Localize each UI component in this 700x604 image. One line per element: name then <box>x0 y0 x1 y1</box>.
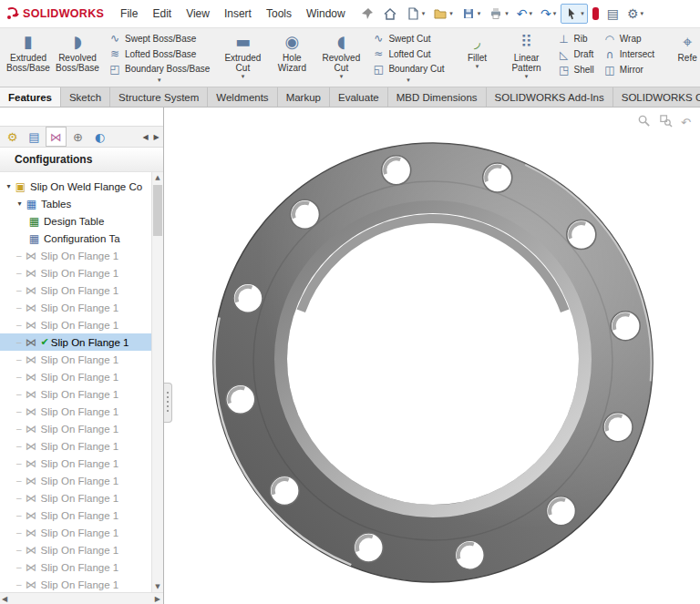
tab-features[interactable]: Features <box>0 87 61 107</box>
scroll-left-icon[interactable]: ◀ <box>2 595 7 603</box>
panel-tabs-scroll-right-icon[interactable]: ▶ <box>151 133 161 141</box>
tree-tables-folder[interactable]: ▾▦Tables <box>0 195 152 212</box>
ribbon-lofted-cut[interactable]: ≈Lofted Cut <box>369 46 447 62</box>
config-row-20[interactable]: –⋈Slip On Flange 1 <box>0 576 152 592</box>
print-icon[interactable]: ▾ <box>485 4 512 24</box>
horizontal-scrollbar[interactable]: ◀ ▶ <box>0 592 163 604</box>
ribbon-intersect[interactable]: ∩Intersect <box>601 46 657 62</box>
scroll-right-icon[interactable]: ▶ <box>155 595 160 603</box>
panel-tabs-scroll-left-icon[interactable]: ◀ <box>140 133 150 141</box>
new-document-icon[interactable]: ▾ <box>402 4 429 24</box>
pin-icon[interactable] <box>356 4 378 24</box>
config-row-18[interactable]: –⋈Slip On Flange 1 <box>0 541 152 558</box>
config-row-15[interactable]: –⋈Slip On Flange 1 <box>0 489 152 507</box>
tab-sketch[interactable]: Sketch <box>61 87 110 107</box>
ribbon-shell[interactable]: ◳Shell <box>555 62 597 77</box>
previous-view-icon[interactable]: ↶ <box>681 114 691 131</box>
config-row-3[interactable]: –⋈Slip On Flange 1 <box>0 282 152 299</box>
ribbon-rib[interactable]: ⊥Rib <box>555 31 597 46</box>
redo-icon[interactable]: ↷▾ <box>537 4 560 24</box>
ribbon-revolved-cut[interactable]: ◖RevolvedCut▾ <box>316 31 365 85</box>
red-marker-icon[interactable] <box>589 5 602 23</box>
tree-item-design-table[interactable]: ▦Design Table <box>0 212 152 230</box>
tab-solidworks-add-ins[interactable]: SOLIDWORKS Add-Ins <box>487 87 613 107</box>
dropdown-caret-icon[interactable]: ▾ <box>641 10 644 17</box>
ribbon-revolved-boss-base[interactable]: ◗RevolvedBoss/Base <box>53 31 102 85</box>
ribbon-draft[interactable]: ◺Draft <box>555 46 597 62</box>
dropdown-caret-icon[interactable]: ▾ <box>106 77 212 85</box>
ribbon-fillet[interactable]: ◞Fillet▾ <box>453 31 502 85</box>
tab-structure-system[interactable]: Structure System <box>110 87 208 107</box>
displaymanager-tab-icon[interactable]: ◐ <box>89 127 110 147</box>
tree-root[interactable]: ▾▣Slip On Weld Flange Co <box>0 178 152 195</box>
menu-tools[interactable]: Tools <box>259 3 299 25</box>
config-row-5[interactable]: –⋈Slip On Flange 1 <box>0 316 152 333</box>
ribbon-mirror[interactable]: ◫Mirror <box>601 62 657 77</box>
ribbon-swept-cut[interactable]: ∿Swept Cut <box>369 31 447 46</box>
tree-item-configuration-ta[interactable]: ▦Configuration Ta <box>0 230 152 247</box>
dropdown-caret-icon[interactable]: ▾ <box>553 10 557 17</box>
tab-weldments[interactable]: Weldments <box>208 87 277 107</box>
scroll-up-icon[interactable]: ▲ <box>152 172 163 183</box>
ribbon-extruded-boss-base[interactable]: ▮ExtrudedBoss/Base <box>4 31 53 85</box>
config-row-7[interactable]: –⋈Slip On Flange 1 <box>0 351 152 368</box>
dropdown-caret-icon[interactable]: ▾ <box>529 10 532 17</box>
config-row-6[interactable]: –⋈✔Slip On Flange 1 <box>0 333 152 351</box>
propertymanager-tab-icon[interactable]: ▤ <box>24 127 45 147</box>
home-icon[interactable] <box>379 4 401 24</box>
graphics-area[interactable]: ↶ <box>165 107 700 604</box>
ribbon-extruded-cut[interactable]: ▬ExtrudedCut▾ <box>218 31 267 85</box>
menu-view[interactable]: View <box>179 3 217 25</box>
dropdown-caret-icon[interactable]: ▾ <box>525 73 529 81</box>
ribbon-hole-wizard[interactable]: ◉HoleWizard <box>267 31 316 85</box>
config-row-2[interactable]: –⋈Slip On Flange 1 <box>0 264 152 282</box>
vertical-scrollbar[interactable]: ▲ ▼ <box>151 172 163 592</box>
magnifier-icon[interactable] <box>637 114 651 131</box>
dropdown-caret-icon[interactable]: ▾ <box>369 77 447 85</box>
open-icon[interactable]: ▾ <box>429 4 457 24</box>
config-row-13[interactable]: –⋈Slip On Flange 1 <box>0 455 152 472</box>
config-row-17[interactable]: –⋈Slip On Flange 1 <box>0 524 152 541</box>
ribbon-boundary-boss-base[interactable]: ◰Boundary Boss/Base <box>106 61 212 77</box>
undo-icon[interactable]: ↶▾ <box>513 4 536 24</box>
config-row-10[interactable]: –⋈Slip On Flange 1 <box>0 403 152 420</box>
tab-solidworks-cam[interactable]: SOLIDWORKS CAM <box>613 87 700 107</box>
config-row-12[interactable]: –⋈Slip On Flange 1 <box>0 437 152 455</box>
tab-markup[interactable]: Markup <box>278 87 330 107</box>
dropdown-caret-icon[interactable]: ▾ <box>449 10 453 17</box>
dropdown-caret-icon[interactable]: ▾ <box>340 73 344 81</box>
dropdown-caret-icon[interactable]: ▾ <box>476 63 479 71</box>
menu-insert[interactable]: Insert <box>217 3 259 25</box>
config-row-1[interactable]: –⋈Slip On Flange 1 <box>0 247 152 264</box>
dropdown-caret-icon[interactable]: ▾ <box>505 10 509 17</box>
scroll-down-icon[interactable]: ▼ <box>152 581 163 592</box>
config-row-19[interactable]: –⋈Slip On Flange 1 <box>0 558 152 576</box>
config-row-16[interactable]: –⋈Slip On Flange 1 <box>0 507 152 524</box>
ribbon-refe[interactable]: ⌖Refe <box>663 31 700 85</box>
flange-model[interactable] <box>165 107 700 604</box>
config-row-14[interactable]: –⋈Slip On Flange 1 <box>0 472 152 489</box>
ribbon-lofted-boss-base[interactable]: ≋Lofted Boss/Base <box>106 46 212 62</box>
ribbon-swept-boss-base[interactable]: ∿Swept Boss/Base <box>106 31 212 46</box>
tab-evaluate[interactable]: Evaluate <box>330 87 388 107</box>
menu-file[interactable]: File <box>113 3 145 25</box>
config-row-11[interactable]: –⋈Slip On Flange 1 <box>0 420 152 437</box>
dropdown-caret-icon[interactable]: ▾ <box>422 10 426 17</box>
config-row-8[interactable]: –⋈Slip On Flange 1 <box>0 368 152 385</box>
options-icon[interactable]: ⚙▾ <box>623 4 647 24</box>
config-row-4[interactable]: –⋈Slip On Flange 1 <box>0 299 152 316</box>
featuremanager-tab-icon[interactable]: ⚙ <box>2 127 23 147</box>
configurationmanager-tab-icon[interactable]: ⋈ <box>46 127 67 147</box>
display-settings-icon[interactable]: ▤ <box>603 4 623 24</box>
dropdown-caret-icon[interactable]: ▾ <box>581 10 584 17</box>
save-icon[interactable]: ▾ <box>458 4 485 24</box>
panel-splitter-handle[interactable] <box>164 383 172 423</box>
dropdown-caret-icon[interactable]: ▾ <box>478 10 481 17</box>
dropdown-caret-icon[interactable]: ▾ <box>242 73 245 81</box>
tab-mbd-dimensions[interactable]: MBD Dimensions <box>388 87 487 107</box>
zoom-area-icon[interactable] <box>659 114 673 131</box>
ribbon-boundary-cut[interactable]: ◱Boundary Cut <box>369 61 447 77</box>
dimxpertmanager-tab-icon[interactable]: ⊕ <box>67 127 88 147</box>
menu-window[interactable]: Window <box>299 3 353 25</box>
select-icon[interactable]: ▾ <box>561 4 588 24</box>
